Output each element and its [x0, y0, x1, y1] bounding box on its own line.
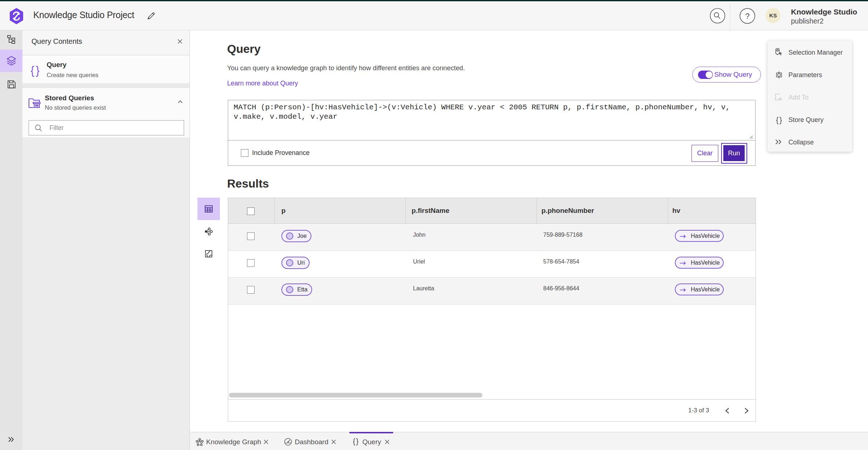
svg-text:?: ? [745, 12, 749, 21]
